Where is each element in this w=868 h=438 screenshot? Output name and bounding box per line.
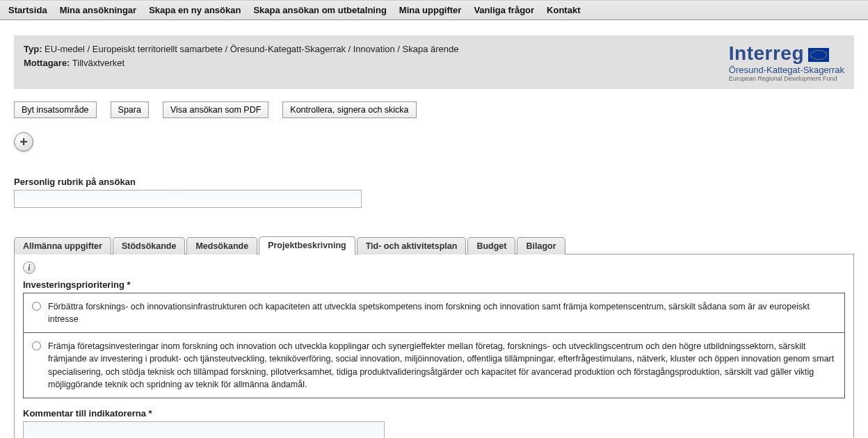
type-label: Typ: [24, 44, 42, 54]
change-area-button[interactable]: Byt insatsområde [14, 102, 97, 118]
info-icon[interactable]: i [23, 261, 35, 274]
logo-subtitle2: European Regional Development Fund [729, 75, 844, 82]
program-logo: Interreg Öresund-Kattegat-Skagerrak Euro… [729, 42, 844, 82]
tab-bilagor[interactable]: Bilagor [517, 237, 565, 254]
logo-subtitle: Öresund-Kattegat-Skagerrak [729, 65, 844, 75]
nav-skapa-ny[interactable]: Skapa en ny ansökan [149, 5, 241, 15]
nav-mina-ansokningar[interactable]: Mina ansökningar [60, 5, 137, 15]
add-button[interactable]: + [14, 132, 33, 152]
type-value: EU-medel / Europeiskt territoriellt sama… [45, 44, 458, 54]
plus-icon: + [19, 134, 28, 150]
investment-option-1[interactable]: Förbättra forsknings- och innovationsinf… [24, 293, 844, 332]
view-pdf-button[interactable]: Visa ansökan som PDF [163, 102, 268, 118]
personal-title-input[interactable] [14, 190, 362, 208]
save-button[interactable]: Spara [111, 102, 149, 118]
investment-radio-2[interactable] [32, 341, 41, 350]
investment-option-2-text: Främja företagsinvesteringar inom forskn… [48, 340, 836, 391]
investment-option-2[interactable]: Främja företagsinvesteringar inom forskn… [24, 332, 844, 398]
nav-kontakt[interactable]: Kontakt [547, 5, 580, 15]
investment-option-1-text: Förbättra forsknings- och innovationsinf… [48, 300, 836, 325]
action-button-row: Byt insatsområde Spara Visa ansökan som … [14, 102, 854, 118]
indicator-comment-textarea[interactable] [23, 421, 385, 438]
recipient-label: Mottagare: [24, 58, 70, 68]
tab-projektbeskrivning[interactable]: Projektbeskrivning [259, 236, 355, 254]
nav-skapa-utbetalning[interactable]: Skapa ansökan om utbetalning [253, 5, 386, 15]
personal-title-label: Personlig rubrik på ansökan [14, 177, 854, 187]
nav-vanliga-fragor[interactable]: Vanliga frågor [474, 5, 534, 15]
tab-stodsokande[interactable]: Stödsökande [113, 237, 186, 254]
tab-panel-projektbeskrivning: i Investeringsprioritering * Förbättra f… [14, 254, 854, 438]
recipient-value: Tillväxtverket [72, 58, 124, 68]
nav-mina-uppgifter[interactable]: Mina uppgifter [399, 5, 462, 15]
eu-flag-icon [808, 48, 829, 62]
investment-priority-group: Förbättra forsknings- och innovationsinf… [23, 293, 845, 398]
logo-text: Interreg [729, 42, 804, 65]
submit-button[interactable]: Kontrollera, signera och skicka [282, 102, 416, 118]
indicator-comment-label: Kommentar till indikatorerna * [23, 408, 845, 419]
breadcrumb-bar: Typ: EU-medel / Europeiskt territoriellt… [14, 35, 854, 89]
nav-startsida[interactable]: Startsida [8, 5, 47, 15]
investment-priority-label: Investeringsprioritering * [23, 279, 845, 290]
tab-medsokande[interactable]: Medsökande [186, 237, 257, 254]
investment-radio-1[interactable] [32, 302, 41, 311]
tab-tid-aktivitet[interactable]: Tid- och aktivitetsplan [357, 237, 467, 254]
top-nav: Startsida Mina ansökningar Skapa en ny a… [0, 0, 868, 20]
tab-bar: Allmänna uppgifter Stödsökande Medsökand… [14, 236, 854, 254]
tab-budget[interactable]: Budget [467, 237, 515, 254]
tab-allmanna[interactable]: Allmänna uppgifter [14, 237, 111, 254]
